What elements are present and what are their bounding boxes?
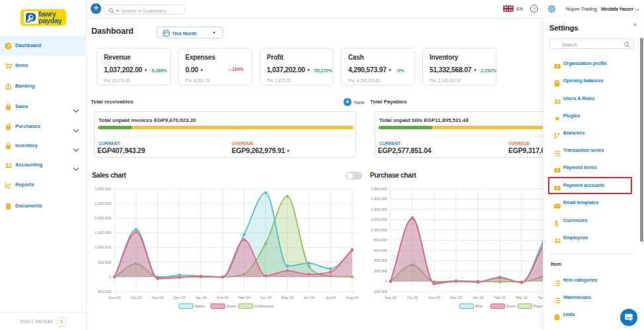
svg-text:$: $ — [555, 220, 559, 227]
